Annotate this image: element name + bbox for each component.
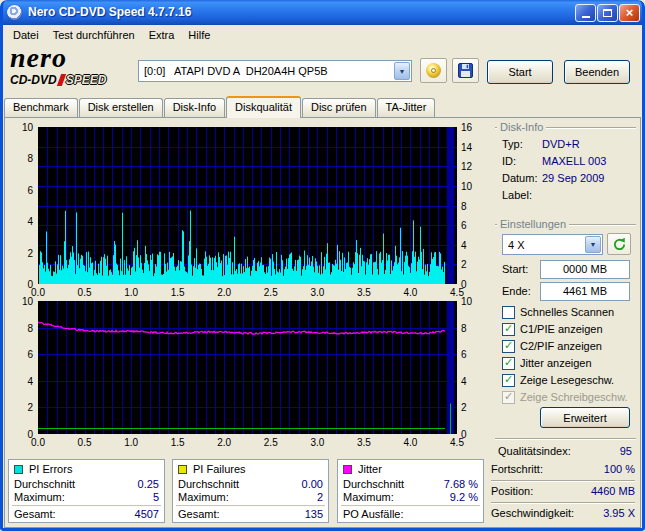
nero-logo: nero CD-DVDSPEED — [10, 44, 135, 92]
disc-hole — [431, 68, 436, 73]
nero-brand-text: nero — [10, 44, 135, 72]
drive-select-value: [0:0] ATAPI DVD A DH20A4H QP5B — [144, 61, 392, 81]
axis-tick-label: 2 — [27, 247, 33, 258]
tab-disk-info[interactable]: Disk-Info — [164, 98, 225, 117]
checkbox-c1-pie-anzeigen[interactable]: ✓ C1/PIE anzeigen — [502, 322, 603, 336]
tab-ta-jitter[interactable]: TA-Jitter — [377, 98, 436, 117]
axis-tick-label: 0.0 — [31, 287, 45, 298]
axis-tick-label: 4 — [27, 216, 33, 227]
menu-test-durchfuehren[interactable]: Test durchführen — [46, 27, 142, 43]
speed-select[interactable]: 4 X ▼ — [502, 234, 603, 255]
save-floppy-icon — [458, 63, 473, 78]
checkbox-schnelles-scannen[interactable]: ✓ Schnelles Scannen — [502, 305, 614, 319]
start-button[interactable]: Start — [487, 60, 553, 84]
pi-failures-panel-title: PI Failures — [193, 463, 246, 475]
checkbox-jitter-anzeigen[interactable]: ✓ Jitter anzeigen — [502, 356, 592, 370]
maximize-button[interactable] — [597, 4, 618, 22]
close-button[interactable]: × — [619, 4, 640, 22]
stat-row: Durchschnitt7.68 % — [343, 478, 478, 491]
axis-tick-label: 14 — [461, 141, 472, 152]
titlebar[interactable]: Nero CD-DVD Speed 4.7.7.16 × — [0, 0, 645, 25]
minimize-button[interactable] — [575, 4, 596, 22]
checkbox-c2-pif-anzeigen[interactable]: ✓ C2/PIF anzeigen — [502, 339, 602, 353]
menu-hilfe[interactable]: Hilfe — [181, 27, 217, 43]
axis-tick-label: 0.5 — [78, 437, 92, 448]
window-title: Nero CD-DVD Speed 4.7.7.16 — [28, 0, 191, 25]
check-icon: ✓ — [504, 390, 513, 403]
drive-select[interactable]: [0:0] ATAPI DVD A DH20A4H QP5B ▼ — [138, 60, 412, 82]
tab-benchmark[interactable]: Benchmark — [4, 98, 78, 117]
axis-tick-label: 3.0 — [310, 287, 324, 298]
refresh-speed-button[interactable] — [607, 233, 631, 255]
jitter-panel-header: Jitter — [343, 463, 382, 475]
menu-datei[interactable]: Datei — [6, 27, 46, 43]
disk-date-value: 29 Sep 2009 — [542, 172, 604, 184]
tab-diskqualitaet[interactable]: Diskqualität — [226, 96, 301, 118]
scan-end-field[interactable]: 4461 MB — [540, 282, 630, 301]
axis-tick-label: 6 — [27, 349, 33, 360]
tab-disc-pruefen[interactable]: Disc prüfen — [302, 98, 376, 117]
axis-tick-label: 4 — [461, 375, 467, 386]
disk-id-value: MAXELL 003 — [542, 155, 606, 167]
disk-info-caption: Disk-Info — [497, 121, 546, 133]
dropdown-arrow-icon[interactable]: ▼ — [394, 62, 410, 80]
scan-end-label: Ende: — [502, 285, 531, 297]
pi-chart-right-axis: 1614121086420 — [459, 127, 479, 284]
cd-disc-icon[interactable] — [7, 5, 22, 20]
save-button[interactable] — [452, 58, 479, 83]
maximize-icon — [603, 9, 612, 17]
progress-panel: Fortschritt:100 % Position:4460 MB Gesch… — [489, 459, 637, 523]
stat-row: PO Ausfälle: — [343, 508, 478, 521]
axis-tick-label: 8 — [461, 200, 467, 211]
axis-tick-label: 6 — [27, 184, 33, 195]
axis-tick-label: 1.0 — [124, 287, 138, 298]
stat-separator — [341, 505, 480, 507]
axis-tick-label: 4 — [27, 375, 33, 386]
nero-product-text: CD-DVDSPEED — [10, 73, 135, 87]
stat-row: Maximum:9.2 % — [343, 491, 478, 504]
stat-row: Maximum:5 — [14, 491, 159, 504]
pi-failures-panel-header: PI Failures — [178, 463, 246, 475]
axis-tick-label: 2 — [461, 402, 467, 413]
axis-tick-label: 2.0 — [217, 437, 231, 448]
disk-type-label: Typ: — [502, 138, 523, 150]
progress-row: Position:4460 MB — [491, 485, 635, 498]
settings-caption: Einstellungen — [497, 218, 569, 230]
axis-tick-label: 4.0 — [403, 437, 417, 448]
axis-tick-label: 16 — [461, 122, 472, 133]
check-icon: ✓ — [504, 339, 513, 352]
axis-tick-label: 10 — [22, 296, 33, 307]
dropdown-arrow-icon[interactable]: ▼ — [585, 236, 601, 253]
quality-index-label: Qualitätsindex: — [498, 445, 571, 457]
check-icon: ✓ — [504, 322, 513, 335]
scan-start-field[interactable]: 0000 MB — [540, 260, 630, 279]
quit-button[interactable]: Beenden — [564, 60, 630, 84]
axis-tick-label: 2.0 — [217, 287, 231, 298]
check-icon: ✓ — [504, 373, 513, 386]
advanced-button[interactable]: Erweitert — [540, 407, 630, 428]
axis-tick-label: 8 — [461, 322, 467, 333]
checkbox-box: ✓ — [502, 306, 515, 319]
close-icon: × — [626, 5, 634, 21]
checkbox-box: ✓ — [502, 374, 515, 387]
tab-disk-erstellen[interactable]: Disk erstellen — [79, 98, 163, 117]
pi-failures-panel: PI Failures Durchschnitt0.00 Maximum:2 G… — [172, 459, 329, 523]
menu-extra[interactable]: Extra — [142, 27, 182, 43]
progress-row: Geschwindigkeit:3.95 X — [491, 507, 635, 520]
jitter-chart-left-axis: 1086420 — [15, 301, 35, 434]
axis-tick-label: 12 — [461, 161, 472, 172]
axis-tick-label: 1.0 — [124, 437, 138, 448]
checkbox-zeige-lesegeschw[interactable]: ✓ Zeige Lesegeschw. — [502, 373, 614, 387]
pi-errors-chart — [38, 127, 457, 284]
axis-tick-label: 4.0 — [403, 287, 417, 298]
checkbox-box: ✓ — [502, 391, 515, 404]
stat-row: Durchschnitt0.00 — [178, 478, 323, 491]
progress-separator — [491, 502, 635, 504]
eject-button[interactable] — [420, 58, 447, 83]
axis-tick-label: 6 — [461, 220, 467, 231]
jitter-chart-right-axis: 1086420 — [459, 301, 479, 434]
axis-tick-label: 2.5 — [264, 287, 278, 298]
logo-swoosh — [56, 74, 65, 86]
pi-errors-legend-chip — [14, 465, 23, 474]
axis-tick-label: 1.5 — [171, 437, 185, 448]
